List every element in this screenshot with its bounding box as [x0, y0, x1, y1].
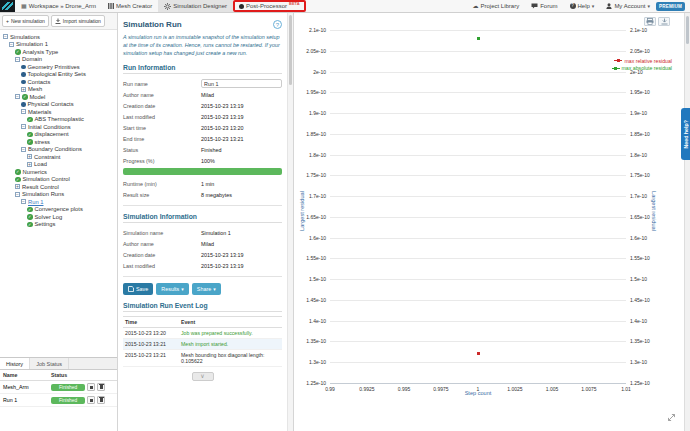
- run-info-row-runtime-min: Runtime (min)1 min: [123, 178, 282, 189]
- tree-item-simulation-runs[interactable]: −Simulation Runs: [0, 191, 117, 199]
- y-tick-label-left: 1.3e-10: [296, 359, 326, 365]
- tree-item-label: Simulation Runs: [22, 191, 64, 197]
- event-log-rows: 2015-10-23 13:20Job was prepared success…: [123, 328, 282, 367]
- tree-item-label: Constraint: [34, 154, 60, 160]
- y-tick-label-left: 1.35e-10: [296, 338, 326, 344]
- tree-item-displacement[interactable]: ✓displacement: [0, 131, 117, 139]
- tab-history[interactable]: History: [0, 358, 30, 369]
- nav-post-processor[interactable]: Post-Processor BETA: [233, 0, 306, 12]
- run-name-input[interactable]: [201, 79, 282, 88]
- expand-icon[interactable]: +: [15, 184, 20, 189]
- delete-button[interactable]: [97, 396, 105, 404]
- history-name: Mesh_Arm: [3, 384, 51, 390]
- tree-item-boundary-conditions[interactable]: −Boundary Conditions: [0, 146, 117, 154]
- panel-scrollbar[interactable]: [287, 13, 293, 431]
- nav-simulation-designer[interactable]: Simulation Designer: [158, 0, 233, 12]
- nav-workspace[interactable]: ▦ Workspace » Drone_Arm: [15, 0, 102, 12]
- tab-job-status[interactable]: Job Status: [30, 358, 69, 369]
- download-chart-button[interactable]: [658, 17, 670, 26]
- page-scrollbar[interactable]: [684, 13, 690, 431]
- field-label: Author name: [123, 92, 201, 98]
- field-label: Runtime (min): [123, 181, 201, 187]
- bars-icon: [108, 3, 114, 9]
- tree-item-stress[interactable]: ✓stress: [0, 138, 117, 146]
- tree-item-settings[interactable]: ✓Settings: [0, 221, 117, 229]
- gridline: [330, 92, 626, 93]
- delete-button[interactable]: [97, 383, 105, 391]
- tree-item-physical-contacts[interactable]: Physical Contacts: [0, 101, 117, 109]
- collapse-icon[interactable]: −: [3, 34, 8, 39]
- collapse-icon[interactable]: −: [21, 147, 26, 152]
- field-label: Creation date: [123, 252, 201, 258]
- gridline: [330, 113, 626, 114]
- chart-tools: [644, 17, 670, 26]
- tree-item-abs-thermoplastic[interactable]: ✓ABS Thermoplastic: [0, 116, 117, 124]
- nav-my-account[interactable]: My Account ▾: [600, 0, 656, 12]
- new-simulation-button[interactable]: + New simulation: [2, 15, 49, 27]
- nav-mesh-creator[interactable]: Mesh Creator: [102, 0, 158, 12]
- x-tick-label: 1.0025: [502, 386, 528, 392]
- field-value: Milad: [201, 92, 214, 98]
- tree-item-constraint[interactable]: +Constraint: [0, 153, 117, 161]
- event-log-row: 2015-10-23 13:21Mesh import started.: [123, 339, 282, 350]
- collapse-icon[interactable]: −: [21, 109, 26, 114]
- show-more-button[interactable]: ∨: [192, 372, 214, 381]
- check-icon: ✓: [15, 49, 21, 55]
- y-tick-label-left: 2.1e-10: [296, 27, 326, 33]
- nav-forum[interactable]: Forum: [525, 0, 563, 12]
- event-text: Job was prepared successfully.: [181, 330, 253, 336]
- import-simulation-button[interactable]: Import simulation: [51, 15, 105, 27]
- tree-item-simulation-control[interactable]: ✓Simulation Control: [0, 176, 117, 184]
- tree-item-mesh[interactable]: +Mesh: [0, 86, 117, 94]
- printer-icon: [646, 18, 654, 25]
- tree-item-run-1[interactable]: −Run 1: [0, 198, 117, 206]
- tree-item-analysis-type[interactable]: ✓Analysis Type: [0, 48, 117, 56]
- tree-item-contacts[interactable]: Contacts: [0, 78, 117, 86]
- tree-item-initial-conditions[interactable]: −Initial Conditions: [0, 123, 117, 131]
- tree-item-topological-entity-sets[interactable]: Topological Entity Sets: [0, 71, 117, 79]
- stop-button[interactable]: [87, 383, 95, 391]
- collapse-icon[interactable]: −: [21, 199, 26, 204]
- panel-scrollbar-thumb[interactable]: [289, 15, 292, 85]
- page-scrollbar-thumb[interactable]: [686, 16, 689, 44]
- tree-item-solver-log[interactable]: ✓Solver Log: [0, 213, 117, 221]
- gridline: [330, 341, 626, 342]
- expand-icon[interactable]: +: [27, 154, 32, 159]
- collapse-icon[interactable]: −: [15, 192, 20, 197]
- collapse-icon[interactable]: −: [21, 124, 26, 129]
- tree-item-simulation-1[interactable]: −Simulation 1: [0, 41, 117, 49]
- collapse-icon[interactable]: −: [9, 42, 14, 47]
- tree-item-numerics[interactable]: ✓Numerics: [0, 168, 117, 176]
- save-button[interactable]: Save: [123, 283, 153, 295]
- tree-item-label: Domain: [22, 56, 42, 62]
- run-name-row: Run name: [123, 78, 282, 89]
- help-badge-icon[interactable]: ?: [273, 20, 282, 29]
- progress-track: [123, 168, 282, 175]
- tree-item-label: Simulation Control: [23, 176, 70, 182]
- stop-button[interactable]: [87, 396, 95, 404]
- tree-item-model[interactable]: −✓Model: [0, 93, 117, 101]
- y-tick-label-right: 1.5e-10: [630, 276, 664, 282]
- x-axis-line: [330, 383, 626, 384]
- tree-item-materials[interactable]: −Materials: [0, 108, 117, 116]
- tree-item-simulations[interactable]: −Simulations: [0, 33, 117, 41]
- expand-icon[interactable]: +: [27, 162, 32, 167]
- legend-marker-icon: [614, 60, 622, 61]
- print-chart-button[interactable]: [644, 17, 656, 26]
- expand-icon[interactable]: +: [21, 87, 26, 92]
- collapse-icon[interactable]: −: [15, 94, 20, 99]
- tree-item-result-control[interactable]: +Result Control: [0, 183, 117, 191]
- need-help-tab[interactable]: Need help?: [681, 108, 690, 160]
- tree-item-label: Topological Entity Sets: [28, 71, 86, 77]
- nav-project-library[interactable]: ☁ Project Library: [466, 0, 525, 12]
- nav-help[interactable]: ? Help ▾: [564, 0, 601, 12]
- collapse-icon[interactable]: −: [15, 57, 20, 62]
- share-button[interactable]: Share ▾: [192, 283, 221, 295]
- tree-item-load[interactable]: +Load: [0, 161, 117, 169]
- tree-item-geometry-primitives[interactable]: Geometry Primitives: [0, 63, 117, 71]
- simscale-logo-icon[interactable]: [0, 0, 15, 12]
- tree-item-domain[interactable]: −Domain: [0, 56, 117, 64]
- results-button[interactable]: Results ▾: [156, 283, 189, 295]
- tree-item-convergence-plots[interactable]: ✓Convergence plots: [0, 206, 117, 214]
- expand-chart-button[interactable]: [667, 408, 676, 426]
